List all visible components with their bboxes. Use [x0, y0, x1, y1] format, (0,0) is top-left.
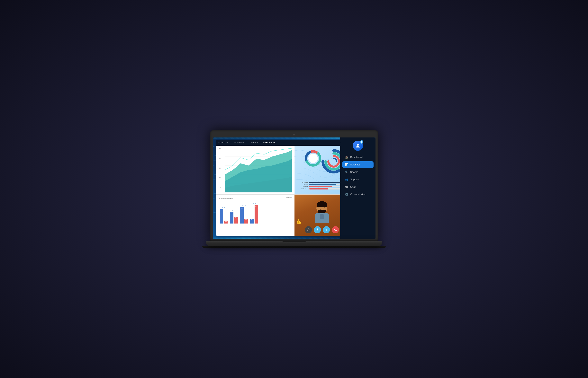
mute-button[interactable]: [305, 226, 312, 233]
bar-dot-2a: [232, 210, 233, 211]
support-label: Support: [350, 178, 359, 181]
tab-next-steps[interactable]: NEXT STEPS: [263, 141, 276, 144]
search-label: Search: [350, 171, 358, 174]
statistics-label: Statistics: [350, 163, 360, 166]
bar-blue-1: 75%: [220, 209, 223, 224]
nav-tabs: STRATEGY MESSAGING DESIGN NEXT STEPS: [218, 141, 276, 144]
investment-title: Investment structure: [219, 198, 233, 200]
tab-design[interactable]: DESIGN: [250, 141, 259, 144]
notification-badge: 2: [360, 140, 363, 144]
bar-dot-1b: [224, 207, 225, 208]
sidebar-item-chat[interactable]: 💬 Chat: [342, 184, 374, 190]
bar-group-3: 85% 25%: [240, 205, 248, 224]
svg-point-11: [308, 154, 318, 163]
tab-strategy[interactable]: STRATEGY: [218, 141, 229, 144]
bar-pair-4: 25% 95%: [250, 205, 258, 224]
instagram-bar-row: INSTAGRAM: [298, 188, 347, 189]
instagram-label: INSTAGRAM: [298, 188, 308, 189]
bar-label-25: 25%: [245, 219, 247, 220]
support-icon: 👥: [345, 178, 348, 181]
bar-label-85: 85%: [241, 207, 243, 209]
bar-dot-2b: [234, 210, 235, 211]
twitter-label: TWITTER: [298, 184, 308, 185]
bar-red-1: 15%: [224, 221, 228, 224]
y-label-500: 500: [219, 148, 225, 149]
bar-group-1: 75% 15%: [220, 207, 228, 224]
webcam-notch: [213, 133, 376, 136]
bar-pair-1: 75% 15%: [220, 209, 228, 224]
bar-blue-3: 85%: [240, 207, 244, 224]
app-window: STRATEGY MESSAGING DESIGN NEXT STEPS ⚙ —…: [216, 140, 349, 236]
bar-group-2: 60% 35%: [230, 210, 238, 224]
gear-icon: ⚙️: [345, 193, 348, 196]
bar-label-95: 95%: [255, 205, 257, 207]
sidebar-item-customization[interactable]: ⚙️ Customization: [342, 191, 374, 198]
stats-icon: 📊: [345, 163, 348, 166]
charts-top: 500 400 300 200 100: [216, 146, 349, 195]
facebook-label: FACEBOOK: [298, 182, 308, 183]
add-button[interactable]: [323, 226, 330, 233]
facebook-bar-fill: [309, 182, 344, 183]
bar-dots-4: [253, 203, 256, 204]
linkedin-bar-fill: [309, 186, 332, 187]
instagram-bar-fill: [309, 188, 328, 189]
bar-red-2: 35%: [234, 217, 238, 224]
twitter-bar-row: TWITTER: [298, 184, 347, 185]
charts-bottom: Investment structure This year: [216, 195, 349, 236]
svg-rect-13: [317, 229, 318, 230]
bar-group-4: 25% 95%: [250, 203, 258, 224]
bar-label-35: 35%: [235, 217, 237, 218]
y-label-200: 200: [219, 177, 225, 178]
facebook-bar-row: FACEBOOK: [298, 182, 347, 183]
dashboard-label: Dashboard: [350, 156, 363, 159]
bar-red-3: 25%: [244, 219, 248, 224]
y-label-400: 400: [219, 157, 225, 159]
laptop-base: [206, 241, 382, 246]
bar-label-15: 15%: [225, 221, 227, 222]
area-chart-panel: 500 400 300 200 100: [216, 146, 294, 194]
bar-dot-1a: [222, 207, 223, 208]
laptop-wrapper: STRATEGY MESSAGING DESIGN NEXT STEPS ⚙ —…: [206, 130, 382, 248]
bar-label-75: 75%: [220, 209, 223, 211]
laptop-screen-outer: STRATEGY MESSAGING DESIGN NEXT STEPS ⚙ —…: [210, 130, 378, 241]
mic-button[interactable]: [314, 226, 321, 233]
tab-messaging[interactable]: MESSAGING: [233, 141, 246, 144]
bar-label-60: 60%: [230, 212, 233, 214]
sidebar-item-statistics[interactable]: 📊 Statistics: [342, 161, 374, 168]
bar-dots-2: [232, 210, 235, 211]
donut-chart: [304, 149, 322, 167]
right-sidebar: 2 🏠 Dashboard 📊 Statistics 🔍 Search 👥 Su: [340, 137, 376, 239]
bar-red-4: 95%: [254, 205, 258, 224]
laptop-hinge: [282, 241, 306, 242]
thumb-left: 👍: [296, 219, 302, 224]
bar-label-25b: 25%: [251, 219, 253, 220]
linkedin-bar-row: LINKEDIN: [298, 186, 347, 187]
customization-label: Customization: [350, 193, 366, 196]
investment-chart: Investment structure This year: [216, 195, 294, 236]
y-label-100: 100: [219, 187, 225, 189]
y-axis-labels: 500 400 300 200 100: [219, 148, 225, 189]
sidebar-item-support[interactable]: 👥 Support: [342, 176, 374, 183]
end-call-button[interactable]: [332, 226, 339, 233]
bar-chart-container: 75% 15%: [219, 204, 292, 224]
webcam-dot: [293, 134, 295, 135]
bar-blue-4: 25%: [250, 219, 254, 224]
area-chart-svg: [225, 148, 292, 192]
bar-dot-4a: [253, 203, 253, 204]
chat-icon: 💬: [345, 185, 348, 189]
avatar-container: 2: [353, 141, 363, 151]
bar-dot-4b: [255, 203, 256, 204]
search-icon: 🔍: [345, 171, 348, 174]
home-icon: 🏠: [345, 156, 348, 159]
app-content: 500 400 300 200 100: [216, 146, 349, 236]
bar-dots-3: [242, 205, 246, 206]
sidebar-item-search[interactable]: 🔍 Search: [342, 169, 374, 176]
svg-point-14: [357, 144, 359, 146]
chat-label: Chat: [350, 185, 356, 188]
linkedin-label: LINKEDIN: [298, 186, 308, 187]
bar-pair-2: 60% 35%: [230, 212, 238, 224]
bar-dot-3a: [242, 205, 243, 206]
sidebar-item-dashboard[interactable]: 🏠 Dashboard: [342, 154, 374, 161]
investment-subtitle: This year: [286, 197, 292, 198]
app-titlebar: STRATEGY MESSAGING DESIGN NEXT STEPS ⚙ —…: [216, 140, 349, 146]
